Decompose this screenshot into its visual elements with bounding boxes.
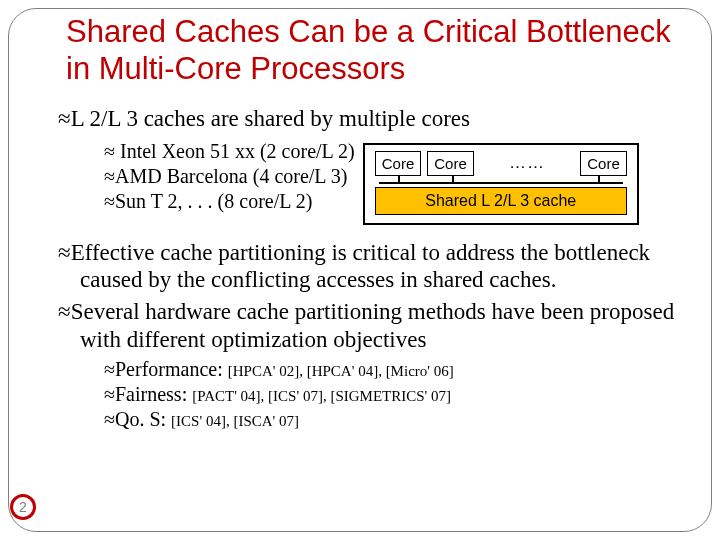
example-amd: ≈AMD Barcelona (4 core/L 3) [104,164,355,189]
objective-refs: [HPCA' 02], [HPCA' 04], [Micro' 06] [228,363,454,379]
connector-stub [452,175,454,182]
bullet-text: Several hardware cache partitioning meth… [71,299,675,352]
objective-qos: ≈Qo. S: [ICS' 04], [ISCA' 07] [104,407,702,432]
bullet-icon: ≈ [104,408,115,430]
objective-fairness: ≈Fairness: [PACT' 04], [ICS' 07], [SIGME… [104,382,702,407]
cache-diagram: Core Core …… Core Shared L 2/L 3 cache [363,143,639,225]
bullet-icon: ≈ [104,383,115,405]
slide-content: Shared Caches Can be a Critical Bottlene… [18,14,702,526]
bullet-shared-caches: ≈L 2/L 3 caches are shared by multiple c… [58,105,702,133]
example-text: Intel Xeon 51 xx (2 core/L 2) [115,140,355,162]
bullet-icon: ≈ [104,358,115,380]
example-text: AMD Barcelona (4 core/L 3) [115,165,348,187]
bullet-text: L 2/L 3 caches are shared by multiple co… [71,106,470,131]
example-sun: ≈Sun T 2, . . . (8 core/L 2) [104,189,355,214]
bullet-icon: ≈ [58,106,71,131]
slide-title: Shared Caches Can be a Critical Bottlene… [66,14,692,87]
bullet-icon: ≈ [58,240,71,265]
objective-label: Performance: [115,358,228,380]
connector-stub [598,175,600,182]
page-number-badge: 2 [10,494,36,520]
interconnect-line [379,182,623,184]
bullet-partitioning: ≈Effective cache partitioning is critica… [58,239,702,294]
core-box: Core [427,151,474,176]
objective-label: Qo. S: [115,408,171,430]
processor-examples: ≈ Intel Xeon 51 xx (2 core/L 2) ≈AMD Bar… [18,139,355,214]
example-intel: ≈ Intel Xeon 51 xx (2 core/L 2) [104,139,355,164]
core-row: Core Core …… Core [375,151,627,176]
connector-stub [398,175,400,182]
bullet-icon: ≈ [104,140,115,162]
objective-label: Fairness: [115,383,192,405]
examples-and-diagram-row: ≈ Intel Xeon 51 xx (2 core/L 2) ≈AMD Bar… [18,137,702,225]
bullet-icon: ≈ [58,299,71,324]
bullet-methods: ≈Several hardware cache partitioning met… [58,298,702,353]
objective-refs: [PACT' 04], [ICS' 07], [SIGMETRICS' 07] [192,388,451,404]
page-number: 2 [19,499,27,515]
example-text: Sun T 2, . . . (8 core/L 2) [115,190,312,212]
bullet-icon: ≈ [104,165,115,187]
objective-refs: [ICS' 04], [ISCA' 07] [171,413,299,429]
ellipsis: …… [480,153,574,173]
objective-performance: ≈Performance: [HPCA' 02], [HPCA' 04], [M… [104,357,702,382]
core-box: Core [580,151,627,176]
core-box: Core [375,151,422,176]
bullet-text: Effective cache partitioning is critical… [71,240,650,293]
bullet-icon: ≈ [104,190,115,212]
shared-cache-box: Shared L 2/L 3 cache [375,187,627,215]
